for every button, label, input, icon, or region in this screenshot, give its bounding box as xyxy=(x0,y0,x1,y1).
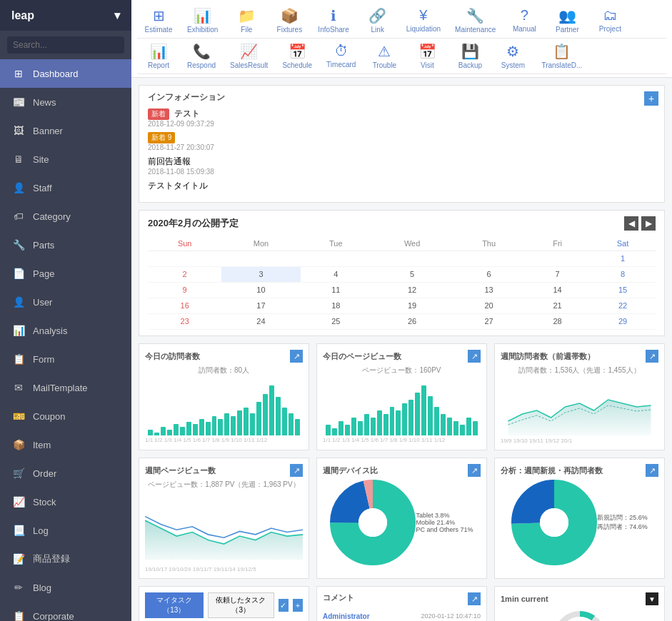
calendar-day-cell[interactable]: 9 xyxy=(148,283,221,298)
calendar-day-cell[interactable]: 7 xyxy=(525,267,590,283)
calendar-prev-button[interactable]: ◀ xyxy=(624,216,638,231)
sidebar-item-stock[interactable]: 📈 Stock xyxy=(0,488,131,516)
pageviews-card-header: 今日のページビュー数 ↗ xyxy=(323,350,481,363)
calendar-day-cell[interactable]: 19 xyxy=(371,298,453,314)
weekly-visits-expand-button[interactable]: ↗ xyxy=(646,350,658,363)
toolbar-item-schedule[interactable]: 📅 Schedule xyxy=(275,39,319,74)
calendar-day-cell[interactable]: 1 xyxy=(590,251,656,267)
sidebar-item-blog[interactable]: ✏ Blog xyxy=(0,573,131,602)
toolbar-item-system[interactable]: ⚙ System xyxy=(491,39,534,74)
calendar-next-button[interactable]: ▶ xyxy=(641,216,656,231)
pageviews-expand-button[interactable]: ↗ xyxy=(468,350,481,363)
sidebar-item-staff[interactable]: 👤 Staff xyxy=(0,173,131,202)
calendar-day-cell[interactable]: 20 xyxy=(453,298,525,314)
calendar-day-cell[interactable]: 5 xyxy=(371,267,453,283)
toolbar-item-maintenance[interactable]: 🔧 Maintenance xyxy=(448,3,503,38)
sidebar-item-mailtemplate[interactable]: ✉ MailTemplate xyxy=(0,373,131,402)
toolbar-item-trouble[interactable]: ⚠ Trouble xyxy=(363,39,406,74)
toolbar-item-file[interactable]: 📁 File xyxy=(225,3,268,38)
calendar-day-cell[interactable]: 21 xyxy=(525,298,590,314)
toolbar-icon-fixtures: 📦 xyxy=(281,7,299,24)
calendar-day-cell[interactable]: 14 xyxy=(525,283,590,298)
visits-subtitle: 訪問者数：80人 xyxy=(145,365,303,375)
toolbar-item-translated[interactable]: 📋 TranslateD... xyxy=(534,39,589,74)
toolbar-label-schedule: Schedule xyxy=(282,61,312,69)
main-content: ⊞ Estimate 📊 Exhibition 📁 File 📦 Fixture… xyxy=(131,0,672,621)
chart-bar xyxy=(383,414,388,435)
sidebar-item-item[interactable]: 📦 Item xyxy=(0,430,131,459)
sidebar-item-user[interactable]: 👤 User xyxy=(0,288,131,316)
toolbar-item-project[interactable]: 🗂 Project xyxy=(588,3,631,38)
calendar-day-cell[interactable]: 27 xyxy=(453,314,525,330)
toolbar-item-estimate[interactable]: ⊞ Estimate xyxy=(137,3,180,38)
calendar-day-cell[interactable]: 26 xyxy=(371,314,453,330)
calendar-day-cell[interactable]: 22 xyxy=(590,298,656,314)
toolbar-item-link[interactable]: 🔗 Link xyxy=(356,3,399,38)
weekly-pv-expand-button[interactable]: ↗ xyxy=(290,464,303,477)
toolbar-item-infoshare[interactable]: ℹ InfoShare xyxy=(311,3,356,38)
toolbar-item-exhibition[interactable]: 📊 Exhibition xyxy=(180,3,225,38)
calendar-day-cell[interactable]: 13 xyxy=(453,283,525,298)
sidebar-item-news[interactable]: 📰 News xyxy=(0,88,131,116)
sidebar-icon-banner: 🖼 xyxy=(11,123,26,138)
toolbar-item-fixtures[interactable]: 📦 Fixtures xyxy=(268,3,311,38)
sidebar-item-corporate[interactable]: 📋 Corporate xyxy=(0,602,131,621)
sidebar-item-form[interactable]: 📋 Form xyxy=(0,345,131,373)
toolbar-item-backup[interactable]: 💾 Backup xyxy=(448,39,491,74)
calendar-day-cell[interactable]: 10 xyxy=(221,283,300,298)
new-return-expand-button[interactable]: ↗ xyxy=(646,464,658,477)
calendar-day-cell[interactable]: 29 xyxy=(590,314,656,330)
toolbar-item-timecard[interactable]: ⏱ Timecard xyxy=(319,39,363,74)
sidebar-item-parts[interactable]: 🔧 Parts xyxy=(0,231,131,259)
sidebar-item-site[interactable]: 🖥 Site xyxy=(0,145,131,173)
calendar-day-cell[interactable]: 15 xyxy=(590,283,656,298)
requested-tasks-tab[interactable]: 依頼したタスク（3） xyxy=(208,592,274,618)
calendar-week-row: 23242526272829 xyxy=(148,314,656,330)
gauges-menu-button[interactable]: ▼ xyxy=(646,592,658,605)
sidebar-item-analysis[interactable]: 📊 Analysis xyxy=(0,316,131,345)
my-tasks-tab[interactable]: マイタスク（13） xyxy=(145,592,204,618)
calendar-day-cell[interactable]: 16 xyxy=(148,298,221,314)
calendar-day-cell[interactable]: 25 xyxy=(301,314,372,330)
toolbar-item-partner[interactable]: 👥 Partner xyxy=(546,3,588,38)
sidebar-icon-product-reg: 📝 xyxy=(11,552,26,566)
calendar-day-cell[interactable]: 12 xyxy=(371,283,453,298)
tasks-check-button[interactable]: ✓ xyxy=(279,599,289,612)
sidebar-item-category[interactable]: 🏷 Category xyxy=(0,202,131,231)
sidebar-item-banner[interactable]: 🖼 Banner xyxy=(0,116,131,145)
calendar-day-cell[interactable]: 6 xyxy=(453,267,525,283)
sidebar-item-product-reg[interactable]: 📝 商品登録 xyxy=(0,545,131,573)
sidebar-item-log[interactable]: 📃 Log xyxy=(0,516,131,545)
toolbar-item-report[interactable]: 📊 Report xyxy=(137,39,180,74)
calendar-day-cell[interactable]: 3 xyxy=(221,267,300,283)
sidebar-item-page[interactable]: 📄 Page xyxy=(0,259,131,288)
sidebar-item-order[interactable]: 🛒 Order xyxy=(0,459,131,488)
toolbar-item-manual[interactable]: ? Manual xyxy=(503,3,546,38)
sidebar-item-dashboard[interactable]: ⊞ Dashboard xyxy=(0,59,131,88)
visits-expand-button[interactable]: ↗ xyxy=(290,350,303,363)
tasks-add-button[interactable]: + xyxy=(293,599,303,612)
toolbar-icon-exhibition: 📊 xyxy=(194,7,211,24)
sidebar-item-coupon[interactable]: 🎫 Coupon xyxy=(0,402,131,430)
toolbar-item-respond[interactable]: 📞 Respond xyxy=(180,39,223,74)
sidebar-toggle-icon[interactable]: ▾ xyxy=(114,9,120,22)
comments-expand-button[interactable]: ↗ xyxy=(468,592,481,605)
toolbar-item-salesresult[interactable]: 📈 SalesResult xyxy=(223,39,275,74)
search-input[interactable] xyxy=(7,36,124,54)
calendar-day-cell[interactable]: 17 xyxy=(221,298,300,314)
calendar-day-cell[interactable]: 24 xyxy=(221,314,300,330)
calendar-day-cell[interactable]: 18 xyxy=(301,298,372,314)
toolbar-item-visit[interactable]: 📅 Visit xyxy=(406,39,448,74)
calendar-day-cell[interactable]: 4 xyxy=(301,267,372,283)
toolbar-icon-translated: 📋 xyxy=(553,43,571,60)
toolbar-item-liquidation[interactable]: ¥ Liquidation xyxy=(399,3,448,38)
calendar-day-cell[interactable]: 8 xyxy=(590,267,656,283)
calendar-day-cell[interactable]: 11 xyxy=(301,283,372,298)
chart-bar xyxy=(428,396,433,435)
calendar-day-cell[interactable]: 23 xyxy=(148,314,221,330)
calendar-day-cell[interactable]: 2 xyxy=(148,267,221,283)
calendar-day-cell[interactable]: 28 xyxy=(525,314,590,330)
info-add-button[interactable]: + xyxy=(644,91,658,106)
device-expand-button[interactable]: ↗ xyxy=(468,464,481,477)
sidebar-label-order: Order xyxy=(33,468,56,479)
